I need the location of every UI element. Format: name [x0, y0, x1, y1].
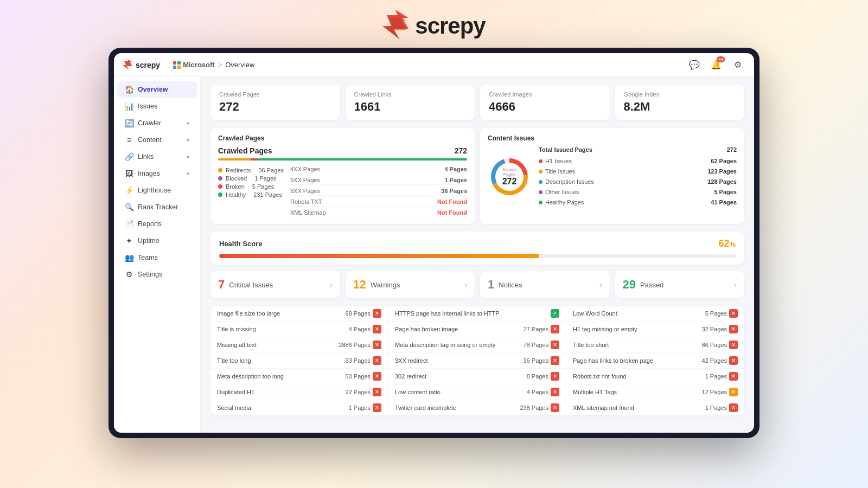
total-issued-value: 272	[727, 146, 737, 153]
sidebar-logo: screpy	[123, 59, 160, 71]
sidebar-item-links[interactable]: 🔗 Links ▾	[117, 149, 197, 165]
issue-row: 302 redirect8 Pages✕	[388, 369, 566, 384]
sidebar-item-images[interactable]: 🖼 Images ▾	[117, 165, 197, 182]
sidebar-item-uptime[interactable]: ✦ Uptime	[117, 233, 197, 249]
crawled-pages-section-title: Crawled Pages	[218, 134, 467, 142]
sidebar-item-reports[interactable]: 📄 Reports	[117, 216, 197, 232]
stat-google-index-value: 8.2M	[624, 100, 736, 114]
issue-row: Title too long33 Pages✕	[210, 353, 388, 369]
home-icon: 🏠	[125, 85, 133, 94]
critical-label: Critical Issues	[229, 281, 273, 289]
settings-icon-btn[interactable]: ⚙	[730, 57, 745, 73]
scores-row: 7 Critical Issues › 12 Warnings ›	[210, 271, 744, 298]
issue-row: Meta description tag missing or empty78 …	[388, 337, 566, 353]
sidebar-item-content[interactable]: ≡ Content ▾	[117, 132, 197, 148]
issues-col-2: HTTPS page has internal links to HTTP✓ P…	[388, 306, 566, 415]
chevron-down-icon: ▾	[187, 154, 189, 160]
issues-col-1: Image file size too large68 Pages✕ Title…	[210, 306, 388, 415]
issue-row: Missing alt text2886 Pages✕	[210, 337, 388, 353]
sidebar-item-issues[interactable]: 📊 Issues	[117, 98, 197, 114]
notices-label: Notices	[499, 281, 522, 289]
device-screen: screpy Microsoft > Overview 💬	[114, 53, 754, 433]
sidebar-item-teams[interactable]: 👥 Teams	[117, 249, 197, 266]
donut-value: 272	[499, 177, 520, 187]
main-content: Crawled Pages 272 Crawled Links 1661 Cra…	[201, 77, 754, 433]
issue-row: Image file size too large68 Pages✕	[210, 306, 388, 322]
issue-row: Twitter card incomplete238 Pages✕	[388, 400, 566, 415]
content-issues-section-title: Content Issues	[488, 134, 737, 142]
sidebar-logo-icon	[123, 59, 132, 71]
breadcrumb-current: Overview	[225, 61, 254, 69]
lighthouse-icon: ⚡	[125, 186, 133, 195]
settings-sidebar-icon: ⚙	[125, 270, 133, 279]
total-issued-label: Total Issued Pages	[539, 146, 592, 153]
crawled-progress-bar	[218, 158, 467, 160]
teams-icon: 👥	[125, 253, 133, 262]
critical-issues-card[interactable]: 7 Critical Issues ›	[210, 271, 340, 298]
sidebar-item-rank-tracker[interactable]: 🔍 Rank Tracker	[117, 199, 197, 215]
issues-list: Total Issued Pages 272 H1 Issues62 Pages…	[539, 146, 737, 207]
warnings-num: 12	[353, 278, 366, 292]
chevron-right-icon: ›	[464, 280, 467, 289]
issues-table: Image file size too large68 Pages✕ Title…	[210, 306, 744, 415]
warnings-card[interactable]: 12 Warnings ›	[346, 271, 475, 298]
stat-crawled-pages: Crawled Pages 272	[210, 85, 340, 120]
issue-row: Low content ratio4 Pages✕	[388, 384, 566, 400]
warnings-score-left: 12 Warnings	[353, 278, 400, 292]
sidebar-item-crawler[interactable]: 🔄 Crawler ▾	[117, 115, 197, 131]
passed-score-left: 29 Passed	[623, 278, 664, 292]
chevron-down-icon: ▾	[187, 137, 189, 143]
health-score-card: Health Score 62%	[210, 232, 744, 265]
issue-row: 3XX redirect36 Pages✕	[388, 353, 566, 369]
chat-icon-btn[interactable]: 💬	[687, 57, 702, 73]
sidebar-item-settings[interactable]: ⚙ Settings	[117, 266, 197, 282]
stat-crawled-pages-value: 272	[219, 100, 331, 114]
issue-row: HTTPS page has internal links to HTTP✓	[388, 306, 566, 322]
notification-btn[interactable]: 🔔 44	[709, 57, 724, 73]
device-frame: screpy Microsoft > Overview 💬	[108, 48, 760, 438]
issued-wrap: Issued Pages 272 Total Issued Pages 272 …	[488, 146, 737, 207]
chevron-down-icon: ▾	[187, 171, 189, 177]
issue-row: Multiple H1 Tags12 Pages✕	[566, 384, 744, 400]
notices-num: 1	[488, 278, 494, 292]
breadcrumb-separator: >	[218, 61, 222, 69]
sidebar-brand: screpy	[136, 61, 160, 69]
stat-crawled-pages-label: Crawled Pages	[219, 91, 331, 98]
screpy-logo-icon	[382, 10, 409, 42]
breadcrumb-workspace[interactable]: Microsoft	[173, 61, 215, 69]
crawler-icon: 🔄	[125, 119, 133, 127]
notices-card[interactable]: 1 Notices ›	[480, 271, 610, 298]
donut-chart: Issued Pages 272	[488, 155, 531, 198]
sidebar-item-overview[interactable]: 🏠 Overview	[117, 81, 197, 98]
uptime-icon: ✦	[125, 236, 133, 245]
content-icon: ≡	[125, 136, 133, 144]
top-bar-actions: 💬 🔔 44 ⚙	[687, 57, 745, 73]
crawled-pages-card-count: 272	[455, 146, 467, 155]
top-bar: screpy Microsoft > Overview 💬	[114, 53, 754, 77]
health-score-value: 62%	[718, 238, 736, 249]
sidebar: 🏠 Overview 📊 Issues 🔄 Crawler ▾ ≡ Conten…	[114, 77, 201, 433]
issue-row: Meta description too long50 Pages✕	[210, 369, 388, 384]
issue-row: Page has broken image27 Pages✕	[388, 322, 566, 337]
issues-icon: 📊	[125, 102, 133, 111]
issue-row: Title is missing4 Pages✕	[210, 322, 388, 337]
donut-center: Issued Pages 272	[499, 167, 520, 187]
donut-label: Issued Pages	[499, 167, 520, 177]
passed-card[interactable]: 29 Passed ›	[615, 271, 745, 298]
stat-crawled-images-label: Crawled Images	[489, 91, 601, 98]
passed-label: Passed	[640, 281, 663, 289]
crawl-stats-left: Redirects36 Pages Blocked1 Pages Broken5…	[218, 167, 284, 217]
sidebar-item-lighthouse[interactable]: ⚡ Lighthouse	[117, 182, 197, 198]
health-score-title: Health Score	[219, 240, 262, 248]
stats-row: Crawled Pages 272 Crawled Links 1661 Cra…	[210, 85, 744, 120]
breadcrumb: Microsoft > Overview	[173, 61, 254, 69]
warnings-label: Warnings	[371, 281, 400, 289]
stat-crawled-images: Crawled Images 4666	[480, 85, 610, 120]
top-logo-area: screpy	[382, 0, 485, 48]
critical-score-left: 7 Critical Issues	[218, 278, 273, 292]
issue-row: Low Word Count5 Pages✕	[566, 306, 744, 322]
critical-num: 7	[218, 278, 225, 292]
issue-row: XML sitemap not found1 Pages✕	[566, 400, 744, 415]
reports-icon: 📄	[125, 220, 133, 228]
images-icon: 🖼	[125, 169, 133, 178]
